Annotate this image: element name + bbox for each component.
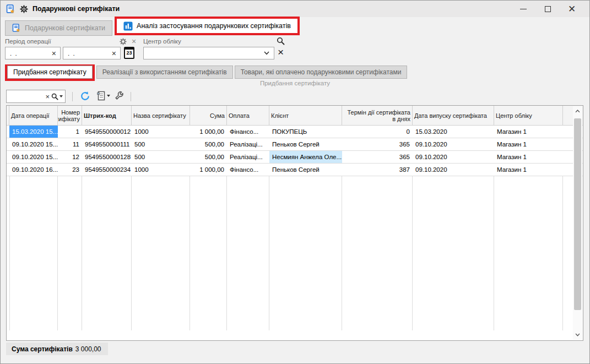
tab-analysis[interactable]: Аналіз застосування подарункових сертифі…: [117, 19, 297, 33]
table-cell[interactable]: 12: [58, 151, 82, 163]
column-header[interactable]: Клієнт: [269, 106, 342, 125]
filter-gear-icon[interactable]: [120, 38, 127, 45]
table-cell[interactable]: ПОКУПЕЦЬ: [269, 126, 342, 138]
table-cell[interactable]: 1 000,00: [190, 126, 227, 138]
scroll-up-icon[interactable]: [573, 106, 582, 116]
window-title: Подарункові сертифікати: [33, 5, 120, 13]
table-cell[interactable]: 365: [342, 151, 413, 163]
table-cell[interactable]: Фінансо...: [227, 126, 269, 138]
date-to-field[interactable]: ×: [63, 47, 121, 59]
column-header[interactable]: Назва сертифікату: [132, 106, 190, 125]
table-cell[interactable]: 9549550000012: [82, 126, 132, 138]
table-cell[interactable]: 1000: [132, 126, 190, 138]
table-cell[interactable]: Пеньков Сергей: [269, 138, 342, 150]
clear-center-icon[interactable]: ×: [278, 46, 284, 58]
column-header[interactable]: Оплата: [227, 106, 269, 125]
date-from-input[interactable]: [6, 50, 48, 57]
table-cell[interactable]: Фінансо...: [227, 164, 269, 176]
table-cell[interactable]: 1: [58, 126, 82, 138]
table-body: 15.03.2020 15...1954955000001210001 000,…: [7, 126, 583, 330]
table-cell[interactable]: 0: [342, 126, 413, 138]
table-cell[interactable]: 15.03.2020: [413, 126, 494, 138]
table-cell[interactable]: 09.10.2020: [413, 138, 494, 150]
table-cell[interactable]: Магазин 1: [494, 164, 563, 176]
settings-wrench-button[interactable]: [114, 91, 123, 100]
table-cell[interactable]: 387: [342, 164, 413, 176]
tab-certificate-purchase[interactable]: Придбання сертифікату: [7, 66, 93, 79]
tab-gift-certificates[interactable]: Подарункові сертифікати: [5, 20, 112, 36]
table-row[interactable]: 09.10.2020 16...23954955000023410001 000…: [7, 164, 583, 176]
table-cell[interactable]: 9549550000128: [82, 151, 132, 163]
table-cell[interactable]: 09.10.2020: [413, 151, 494, 163]
table-cell[interactable]: 09.10.2020 15...: [9, 138, 58, 150]
table-cell[interactable]: 500: [132, 138, 190, 150]
search-icon[interactable]: [51, 93, 58, 100]
column-header[interactable]: Дата операції: [9, 106, 58, 125]
table-cell[interactable]: Несмиян Анжела Оле...: [269, 151, 342, 163]
table-cell[interactable]: 09.10.2020: [413, 164, 494, 176]
column-header[interactable]: Дата випуску сертифіката: [413, 106, 494, 125]
vertical-scrollbar[interactable]: [573, 106, 582, 340]
table-cell[interactable]: 365: [342, 138, 413, 150]
column-header[interactable]: Центр обліку: [494, 106, 563, 125]
report-button[interactable]: [97, 91, 112, 101]
table-cell[interactable]: 09.10.2020 16...: [9, 164, 58, 176]
table-cell[interactable]: Магазин 1: [494, 138, 563, 150]
close-button[interactable]: ✕: [560, 1, 584, 17]
filter-bar: Період операції × Центр обліку × ×: [1, 36, 589, 64]
annotation-box-analysis-tab: Аналіз застосування подарункових сертифі…: [115, 17, 300, 35]
scrollbar-thumb[interactable]: [574, 118, 581, 310]
table-cell[interactable]: 9549550000234: [82, 164, 132, 176]
table-row[interactable]: 09.10.2020 15...129549550000128500500,00…: [7, 151, 583, 164]
scroll-down-icon[interactable]: [573, 330, 582, 340]
clear-date-from-icon[interactable]: ×: [48, 49, 60, 58]
tab-goods-paid-with-certificates[interactable]: Товари, які оплачено подарунковими серти…: [235, 66, 408, 79]
clear-search-icon[interactable]: ×: [44, 93, 51, 101]
table-cell[interactable]: Магазин 1: [494, 151, 563, 163]
table-cell[interactable]: Магазин 1: [494, 126, 563, 138]
quick-search-field[interactable]: ×: [6, 90, 66, 103]
maximize-button[interactable]: [535, 1, 560, 17]
table-cell[interactable]: 23: [58, 164, 82, 176]
table-cell[interactable]: 500,00: [190, 138, 227, 150]
tab-label: Придбання сертифікату: [13, 68, 86, 76]
minimize-icon: [520, 9, 527, 9]
column-header[interactable]: Сума: [190, 106, 227, 125]
search-options-caret-icon[interactable]: [59, 95, 63, 97]
table-cell[interactable]: Пеньков Сергей: [269, 164, 342, 176]
date-from-field[interactable]: ×: [5, 47, 61, 59]
tab-sales-with-certificates[interactable]: Реалізації з використанням сертифікатів: [96, 66, 233, 79]
close-icon: ✕: [568, 4, 576, 14]
table-row[interactable]: 09.10.2020 15...119549550000111500500,00…: [7, 138, 583, 151]
quick-search-input[interactable]: [7, 93, 44, 100]
sum-label: Сума сертифікатів: [12, 345, 73, 353]
refresh-button[interactable]: [80, 91, 90, 101]
date-to-input[interactable]: [63, 50, 108, 57]
chevron-down-icon: [264, 51, 269, 55]
center-select[interactable]: [143, 47, 274, 59]
clear-date-to-icon[interactable]: ×: [108, 49, 120, 58]
column-header[interactable]: Штрих-код: [82, 106, 132, 125]
table-cell[interactable]: 11: [58, 138, 82, 150]
search-icon[interactable]: [277, 37, 285, 45]
table-toolbar: ×: [1, 89, 589, 105]
table-cell[interactable]: 1 000,00: [190, 164, 227, 176]
table-cell[interactable]: Реалізаці...: [227, 151, 269, 163]
status-bar: Сума сертифікатів 3 000,00: [6, 343, 108, 355]
table-cell[interactable]: 1000: [132, 164, 190, 176]
calendar-icon[interactable]: 23: [124, 47, 134, 59]
tab-label: Аналіз застосування подарункових сертифі…: [137, 22, 291, 30]
column-header[interactable]: Номер ртифікату: [58, 106, 82, 125]
table-cell[interactable]: 09.10.2020 15...: [9, 151, 58, 163]
table-cell[interactable]: Реалізаці...: [227, 138, 269, 150]
report-options-caret-icon[interactable]: [107, 95, 110, 97]
column-header[interactable]: Термін дії сертифіката в днях: [342, 106, 413, 125]
table-row[interactable]: 15.03.2020 15...1954955000001210001 000,…: [7, 126, 583, 138]
table-cell[interactable]: 500: [132, 151, 190, 163]
table-cell[interactable]: 500,00: [190, 151, 227, 163]
minimize-button[interactable]: [511, 1, 535, 17]
sub-tab-bar: Придбання сертифікату Реалізації з викор…: [1, 64, 589, 80]
filter-clear-icon[interactable]: ×: [132, 37, 136, 46]
table-cell[interactable]: 9549550000111: [82, 138, 132, 150]
table-cell[interactable]: 15.03.2020 15...: [9, 126, 58, 138]
